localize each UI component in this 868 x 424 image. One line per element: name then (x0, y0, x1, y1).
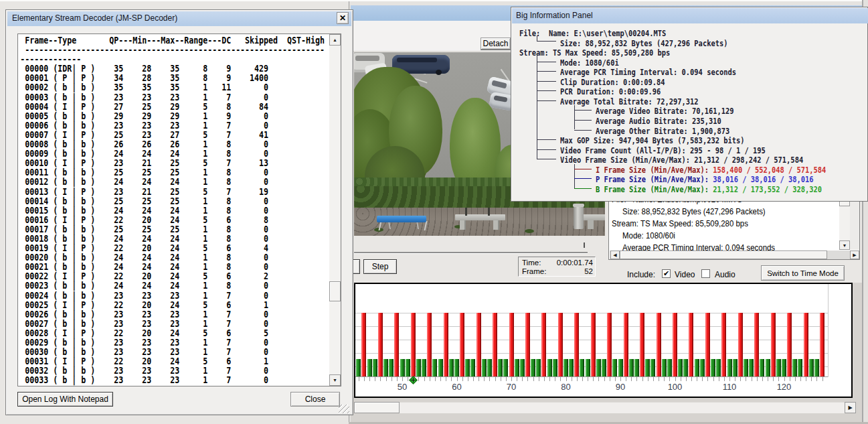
info-line: Video Frame Count (All-I/P/B): 295 - 98 … (560, 145, 766, 155)
dialog-close-button[interactable]: Close (290, 392, 340, 407)
car-window (355, 56, 379, 61)
bar-i-frame (591, 313, 596, 376)
bar-b-frame (695, 359, 699, 376)
bar-b-frame (400, 359, 405, 376)
decoder-vscroll-thumb[interactable] (329, 281, 341, 301)
tree-line (537, 159, 556, 159)
axis-tick (686, 377, 687, 381)
axis-tick (511, 377, 512, 381)
axis-label: 80 (553, 382, 580, 392)
axis-tick (610, 377, 610, 381)
tree-line (537, 41, 556, 42)
axis-tick (659, 377, 659, 381)
bar-b-frame (776, 359, 781, 376)
trash-bin-lid (573, 204, 584, 207)
axis-tick (598, 377, 599, 381)
axis-tick (604, 377, 605, 381)
bar-b-frame (465, 359, 470, 376)
axis-label: 100 (662, 382, 689, 392)
bar-b-frame (454, 359, 459, 376)
bar-b-frame (503, 359, 508, 376)
axis-label: 120 (771, 382, 798, 392)
axis-tick (359, 377, 359, 381)
info-line: Max GOP Size: 947,904 Bytes (7,583,232 b… (560, 135, 745, 145)
axis-tick (386, 377, 387, 381)
bar-b-frame (389, 359, 394, 376)
decoder-vscrollbar[interactable] (329, 34, 341, 386)
main-hscrollbar[interactable] (354, 402, 845, 413)
info-list-scroll-left-button[interactable]: ◀ (610, 251, 620, 259)
bar-b-frame (438, 359, 443, 376)
bar-i-frame (820, 313, 824, 376)
bar-i-frame (394, 313, 399, 376)
seek-trackbar-tick (584, 242, 585, 248)
axis-tick (446, 377, 446, 381)
axis-tick (501, 377, 501, 381)
bar-b-frame (683, 359, 688, 376)
axis-tick (369, 377, 370, 381)
info-line: Average Other Bitrate: 1,900,873 (596, 126, 729, 136)
axis-tick (631, 377, 632, 381)
axis-tick (746, 377, 746, 381)
info-line: PCR Duration: 0:00:09.96 (560, 86, 661, 96)
bar-i-frame (754, 313, 759, 376)
bench-gray-leg (588, 220, 594, 229)
info-list-hscroll-thumb[interactable] (620, 251, 827, 259)
axis-tick (790, 377, 790, 381)
axis-tick (778, 377, 779, 381)
axis-tick (735, 377, 735, 381)
bar-b-frame (662, 359, 667, 376)
bar-i-frame (624, 313, 628, 376)
axis-tick (702, 377, 703, 381)
tree-line (574, 110, 592, 111)
video-checkbox[interactable]: ✔ (662, 269, 671, 278)
decoder-scroll-down-button[interactable]: ▼ (329, 374, 341, 386)
bar-b-frame (580, 359, 584, 376)
bench-gray-leg (460, 220, 466, 230)
audio-checkbox[interactable] (701, 269, 710, 278)
info-list-scroll-right-button[interactable]: ▶ (850, 251, 859, 259)
bar-b-frame (487, 359, 492, 376)
axis-tick (653, 377, 654, 381)
bar-i-frame (558, 313, 563, 376)
main-hscroll-thumb[interactable] (354, 402, 400, 413)
info-line: Name: E:\user\temp\00204.MTS (549, 28, 666, 38)
axis-tick (495, 377, 496, 381)
bar-i-frame (705, 313, 710, 376)
step-button[interactable]: Step (363, 259, 397, 274)
detach-button[interactable]: Detach (481, 38, 511, 50)
axis-tick (675, 377, 676, 381)
decoder-log-text[interactable]: Frame--Type QP---Min---Max--Range---DC S… (18, 34, 341, 384)
axis-tick (752, 377, 752, 381)
bench-gray (455, 214, 505, 220)
axis-tick (816, 377, 817, 381)
bench-gray-post (465, 208, 467, 216)
axis-tick (784, 377, 785, 381)
axis-tick (517, 377, 517, 381)
info-list-scroll-down-button[interactable]: ▼ (839, 240, 850, 250)
position-marker-cross (413, 378, 414, 382)
resize-grip-icon[interactable] (339, 405, 349, 413)
switch-to-time-mode-button[interactable]: Switch to Time Mode (761, 265, 845, 281)
bar-i-frame (493, 313, 497, 376)
screen-top-highlight (0, 0, 868, 1)
decoder-scroll-up-button[interactable]: ▲ (329, 34, 341, 46)
axis-tick (468, 377, 468, 381)
main-scroll-right-button[interactable]: ▶ (845, 402, 856, 413)
bar-b-frame (711, 359, 715, 376)
axis-tick (648, 377, 648, 381)
grass (525, 229, 534, 233)
bar-b-frame (470, 359, 475, 376)
bar-b-frame (618, 359, 623, 376)
bar-i-frame (689, 313, 693, 376)
car-window (397, 58, 437, 62)
bar-b-frame (602, 359, 606, 376)
axis-tick (560, 377, 561, 381)
decoder-dialog-close-button[interactable]: ✕ (337, 12, 349, 24)
open-log-button[interactable]: Open Log With Notepad (17, 392, 113, 407)
seek-trackbar[interactable] (354, 252, 588, 253)
axis-tick (402, 377, 403, 381)
bar-b-frame (744, 359, 748, 376)
time-value: 0:00:01.74 (529, 259, 593, 267)
bar-i-frame (378, 313, 383, 376)
